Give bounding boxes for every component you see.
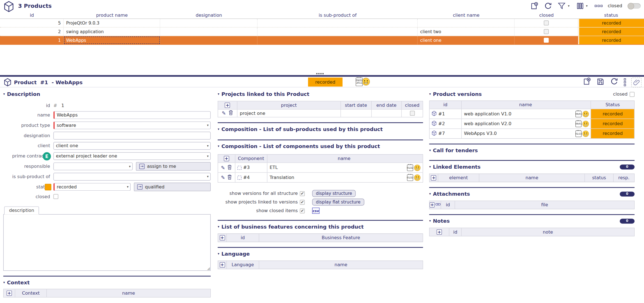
table-row[interactable]: 2 swing application client two recorded: [0, 28, 644, 36]
add-new-icon[interactable]: [582, 77, 591, 88]
section-composition-components[interactable]: ▾ Composition - List of components used …: [218, 143, 423, 149]
collapse-triangle-icon[interactable]: ▾: [429, 219, 431, 223]
refresh-icon[interactable]: [610, 77, 619, 88]
section-language[interactable]: ▾ Language: [218, 251, 423, 257]
component-row[interactable]: ✎ #4 Translation: [218, 172, 423, 182]
collapse-triangle-icon[interactable]: ▾: [429, 192, 431, 196]
column-header-status[interactable]: status: [578, 12, 644, 18]
collapse-triangle-icon[interactable]: ▾: [218, 144, 219, 148]
collapse-triangle-icon[interactable]: ▾: [218, 127, 219, 131]
closed-checkbox[interactable]: [544, 21, 549, 26]
version-row[interactable]: #7 WebApps V3.0 01/15: [430, 129, 634, 138]
closed-checkbox[interactable]: [410, 111, 415, 116]
status-select[interactable]: recorded ▾: [53, 183, 131, 191]
attachment-dropzone[interactable]: [631, 77, 641, 87]
more-menu-icon[interactable]: [624, 77, 626, 87]
collapse-triangle-icon[interactable]: ▾: [218, 225, 219, 229]
detail-toolbar: [582, 77, 641, 88]
version-row[interactable]: #1 web application V1.0 09/01: [430, 109, 634, 118]
cell-closed: [515, 36, 578, 44]
more-menu-icon[interactable]: [595, 4, 602, 8]
columns-icon[interactable]: ▾: [576, 3, 589, 9]
section-attachments[interactable]: ▾ Attachments: [429, 191, 470, 197]
filter-icon[interactable]: ▾: [558, 3, 571, 9]
product-type-select[interactable]: software ▾: [53, 122, 211, 129]
display-structure-button[interactable]: display structure: [312, 190, 356, 197]
show-projects-checkbox[interactable]: ✔: [300, 200, 305, 205]
add-row-button[interactable]: +: [220, 235, 225, 240]
version-row[interactable]: #2 web application V2.0 09/01: [430, 118, 634, 128]
chevron-down-icon: ▾: [127, 164, 132, 168]
add-row-button[interactable]: +: [224, 156, 229, 161]
delete-icon[interactable]: [227, 174, 232, 181]
add-row-button[interactable]: +: [7, 290, 12, 296]
delete-icon[interactable]: [227, 164, 232, 171]
section-context[interactable]: ▾ Context: [3, 279, 211, 285]
column-header-designation[interactable]: designation: [160, 12, 258, 18]
collapse-triangle-icon[interactable]: ▾: [3, 92, 5, 96]
section-description[interactable]: ▾ Description: [3, 91, 211, 97]
collapse-triangle-icon[interactable]: ▾: [3, 281, 5, 284]
responsible-select[interactable]: ▾: [53, 163, 133, 170]
refresh-icon[interactable]: [544, 2, 552, 10]
closed-toggle[interactable]: [628, 3, 641, 9]
column-header-product-name[interactable]: product name: [64, 12, 160, 18]
section-notes[interactable]: ▾ Notes: [429, 218, 450, 224]
count-badge: 0: [620, 164, 635, 169]
resize-handle-icon[interactable]: ◢: [207, 266, 210, 270]
edit-icon[interactable]: ✎: [221, 165, 225, 171]
name-field[interactable]: WebApps: [53, 111, 211, 119]
designation-field[interactable]: [53, 132, 211, 139]
add-row-button[interactable]: +: [431, 175, 436, 181]
table-row-selected[interactable]: 1 WebApps client one recorded: [0, 36, 644, 45]
collapse-triangle-icon[interactable]: ▾: [218, 92, 219, 96]
collapse-triangle-icon[interactable]: ▾: [429, 165, 431, 169]
section-call-for-tenders[interactable]: ▾ Call for tenders: [429, 147, 635, 153]
collapse-triangle-icon[interactable]: ▾: [218, 252, 219, 256]
collapse-triangle-icon[interactable]: ▾: [429, 149, 431, 152]
version-cube-icon: [432, 130, 437, 137]
tab-description[interactable]: description: [4, 206, 39, 214]
section-product-versions[interactable]: ▾ Product versions: [429, 91, 482, 97]
description-textarea[interactable]: ◢: [3, 214, 211, 271]
link-icon[interactable]: [435, 202, 441, 208]
add-row-button[interactable]: +: [437, 229, 442, 235]
delete-icon[interactable]: [228, 110, 233, 117]
add-product-icon[interactable]: [530, 2, 538, 10]
add-row-button[interactable]: +: [225, 103, 230, 108]
edit-icon[interactable]: ✎: [222, 110, 226, 116]
show-closed-checkbox[interactable]: ✔: [300, 208, 305, 213]
section-linked-elements[interactable]: ▾ Linked Elements: [429, 164, 480, 170]
qualified-button[interactable]: → qualified: [134, 183, 211, 191]
section-projects-linked[interactable]: ▾ Projects linked to this Product: [218, 91, 423, 97]
version-id: #7: [438, 131, 445, 136]
column-header-sub-product[interactable]: is sub-product of: [258, 12, 418, 18]
section-separator: [218, 139, 423, 140]
closed-checkbox[interactable]: [544, 38, 549, 43]
closed-checkbox[interactable]: [544, 29, 549, 34]
display-flat-structure-button[interactable]: display flat structure: [312, 198, 364, 205]
assign-to-me-button[interactable]: → assign to me: [136, 162, 211, 171]
closed-checkbox[interactable]: [53, 194, 58, 199]
save-icon[interactable]: [596, 77, 604, 87]
context-table: + Context name: [3, 289, 211, 297]
edit-icon[interactable]: ✎: [221, 174, 225, 180]
chevron-down-icon: ▾: [584, 4, 589, 8]
table-row[interactable]: 5 ProjeQtOr 9.0.3 recorded: [0, 19, 644, 28]
splitter-grip[interactable]: [316, 73, 323, 74]
add-row-button[interactable]: +: [430, 202, 435, 208]
column-header-closed[interactable]: closed: [515, 12, 578, 18]
section-composition-subproducts[interactable]: ▾ Composition - List of sub-products use…: [218, 126, 423, 132]
collapse-triangle-icon[interactable]: ▾: [429, 92, 431, 96]
add-row-button[interactable]: +: [220, 262, 225, 268]
prime-contractor-select[interactable]: external project leader one ▾: [53, 152, 211, 160]
csv-export-icon[interactable]: csv: [312, 208, 319, 214]
closed-filter-checkbox[interactable]: [629, 92, 635, 97]
client-select[interactable]: client one ▾: [53, 142, 211, 150]
component-row[interactable]: ✎ #3 ETL 01/22: [218, 163, 423, 172]
project-row[interactable]: ✎ project one: [218, 109, 423, 117]
section-business-features[interactable]: ▾ List of business features concerning t…: [218, 224, 423, 230]
sub-product-select[interactable]: ▾: [53, 173, 211, 181]
show-versions-checkbox[interactable]: ✔: [300, 191, 305, 196]
column-header-client-name[interactable]: client name: [418, 12, 515, 18]
